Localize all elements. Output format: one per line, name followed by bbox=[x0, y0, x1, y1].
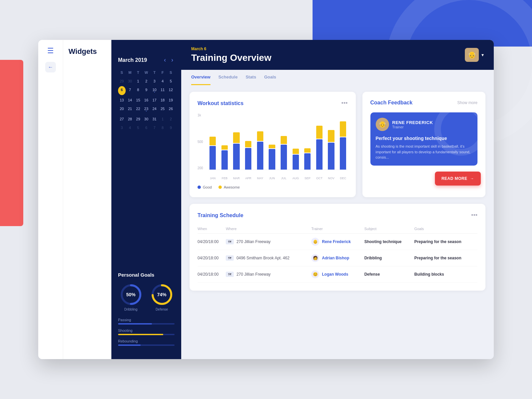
schedule-tbody: 04/20/18:00 🗺 270 Jillian Freeway 👴 Rene… bbox=[198, 234, 477, 283]
bar-awesome bbox=[281, 136, 287, 144]
trainer-name[interactable]: Adrian Bishop bbox=[322, 256, 349, 260]
user-avatar[interactable]: 👴 bbox=[465, 48, 479, 62]
cal-cell[interactable]: 7 bbox=[151, 124, 158, 131]
schedule-title: Training Schedule bbox=[198, 212, 243, 218]
cal-cell[interactable]: 24 bbox=[151, 105, 158, 114]
legend-good: Good bbox=[198, 185, 212, 189]
trainer-avatar: 🧑 bbox=[311, 254, 319, 262]
cal-cell[interactable]: 13 bbox=[118, 96, 126, 104]
bar-awesome bbox=[209, 137, 216, 145]
rebounding-track bbox=[118, 344, 175, 346]
cal-cell[interactable]: 3 bbox=[151, 77, 158, 85]
cal-cell[interactable]: 12 bbox=[167, 86, 175, 95]
tab-stats[interactable]: Stats bbox=[246, 70, 256, 85]
cal-cell[interactable]: 28 bbox=[126, 115, 134, 123]
cal-cell[interactable]: 18 bbox=[159, 96, 167, 104]
col-subject: Subject bbox=[364, 224, 414, 234]
chart-x-label: JUL bbox=[279, 177, 289, 180]
cal-cell[interactable]: 9 bbox=[143, 86, 150, 95]
cal-cell[interactable]: 26 bbox=[167, 105, 175, 114]
coach-name: RENE FREDERICK bbox=[392, 120, 433, 125]
avatar-chevron-icon[interactable]: ▾ bbox=[481, 52, 484, 58]
chart-bar-group bbox=[315, 113, 324, 170]
cal-cell[interactable]: 1 bbox=[134, 77, 142, 85]
col-trainer: Trainer bbox=[311, 224, 364, 234]
menu-icon[interactable]: ☰ bbox=[47, 47, 54, 55]
back-button[interactable]: ← bbox=[45, 62, 56, 72]
cal-cell[interactable]: 19 bbox=[167, 96, 175, 104]
schedule-row: 04/20/18:00 🗺 270 Jillian Freeway 👴 Rene… bbox=[198, 234, 477, 250]
cal-cell[interactable]: 4 bbox=[126, 124, 134, 131]
workout-dots-menu[interactable]: ••• bbox=[341, 100, 348, 107]
cal-cell[interactable]: 10 bbox=[151, 86, 158, 95]
cal-cell[interactable]: 29 bbox=[118, 77, 126, 85]
cal-cell[interactable]: 17 bbox=[151, 96, 158, 104]
read-more-button[interactable]: READ MORE → bbox=[435, 172, 481, 186]
chart-bar-group bbox=[338, 113, 348, 170]
schedule-subject: Shooting technique bbox=[364, 234, 414, 250]
cal-cell-active[interactable]: 6 bbox=[118, 86, 126, 95]
cal-cell[interactable]: 5 bbox=[134, 124, 142, 131]
cal-day-S2: S bbox=[167, 69, 175, 76]
calendar-week-6: 3 4 5 6 7 8 9 bbox=[118, 124, 175, 131]
cal-cell[interactable]: 3 bbox=[118, 124, 126, 131]
cal-cell[interactable]: 9 bbox=[167, 124, 175, 131]
cal-cell[interactable]: 14 bbox=[126, 96, 134, 104]
cal-cell[interactable]: 30 bbox=[143, 115, 150, 123]
read-more-wrapper: READ MORE → bbox=[370, 166, 478, 182]
cal-cell[interactable]: 8 bbox=[134, 86, 142, 95]
cal-cell[interactable]: 15 bbox=[134, 96, 142, 104]
schedule-dots-menu[interactable]: ••• bbox=[471, 212, 477, 219]
cal-cell[interactable]: 7 bbox=[126, 86, 134, 95]
calendar-nav: ‹ › bbox=[163, 57, 175, 64]
cal-day-S1: S bbox=[118, 69, 126, 76]
cal-cell[interactable]: 30 bbox=[126, 77, 134, 85]
chart-bar-group bbox=[267, 113, 277, 170]
cal-cell[interactable]: 4 bbox=[159, 77, 167, 85]
legend-good-dot bbox=[198, 186, 201, 189]
schedule-row: 04/20/18:00 🗺 270 Jillian Freeway 😊 Loga… bbox=[198, 266, 477, 283]
cal-cell[interactable]: 6 bbox=[143, 124, 150, 131]
cal-cell[interactable]: 25 bbox=[159, 105, 167, 114]
cal-cell[interactable]: 5 bbox=[167, 77, 175, 85]
cal-cell[interactable]: 22 bbox=[134, 105, 142, 114]
cal-cell[interactable]: 31 bbox=[151, 115, 158, 123]
cal-day-W: W bbox=[143, 69, 150, 76]
trainer-name[interactable]: Rene Frederick bbox=[322, 239, 351, 244]
cal-cell[interactable]: 8 bbox=[159, 124, 167, 131]
cal-cell[interactable]: 20 bbox=[118, 105, 126, 114]
top-header: March 6 Training Overview 👴 ▾ bbox=[181, 40, 494, 70]
cal-cell[interactable]: 16 bbox=[143, 96, 150, 104]
cal-cell[interactable]: 21 bbox=[126, 105, 134, 114]
cal-cell[interactable]: 29 bbox=[134, 115, 142, 123]
bar-good bbox=[304, 153, 311, 170]
chart-x-label: DEC bbox=[338, 177, 348, 180]
trainer-name[interactable]: Logan Woods bbox=[322, 272, 348, 277]
rebounding-fill bbox=[118, 344, 141, 346]
trainer-avatar: 😊 bbox=[311, 270, 319, 278]
coach-show-more[interactable]: Show more bbox=[457, 100, 477, 105]
coach-info: 👴 RENE FREDERICK Trainer bbox=[376, 118, 472, 131]
calendar-prev[interactable]: ‹ bbox=[163, 57, 167, 64]
schedule-when: 04/20/18:00 bbox=[198, 234, 226, 250]
cal-cell[interactable]: 27 bbox=[118, 115, 126, 123]
tab-overview[interactable]: Overview bbox=[191, 70, 210, 85]
tab-schedule[interactable]: Schedule bbox=[218, 70, 238, 85]
calendar-next[interactable]: › bbox=[170, 57, 175, 64]
legend-good-label: Good bbox=[203, 185, 212, 189]
schedule-goals: Preparing for the season bbox=[414, 234, 477, 250]
map-icon: 🗺 bbox=[226, 255, 234, 261]
cal-day-M: M bbox=[126, 69, 134, 76]
cal-cell[interactable]: 2 bbox=[143, 77, 150, 85]
tab-goals[interactable]: Goals bbox=[264, 70, 276, 85]
cal-cell[interactable]: 23 bbox=[143, 105, 150, 114]
trainer-avatar: 👴 bbox=[311, 238, 319, 246]
cal-cell[interactable]: 2 bbox=[167, 115, 175, 123]
coach-feedback-card: Coach Feedback Show more 👴 RENE FREDERIC… bbox=[362, 92, 486, 197]
passing-label: Passing bbox=[118, 318, 175, 322]
schedule-when: 04/20/18:00 bbox=[198, 250, 226, 266]
shooting-track bbox=[118, 334, 175, 335]
cal-cell[interactable]: 11 bbox=[159, 86, 167, 95]
cal-cell[interactable]: 1 bbox=[159, 115, 167, 123]
bar-good bbox=[281, 145, 287, 170]
